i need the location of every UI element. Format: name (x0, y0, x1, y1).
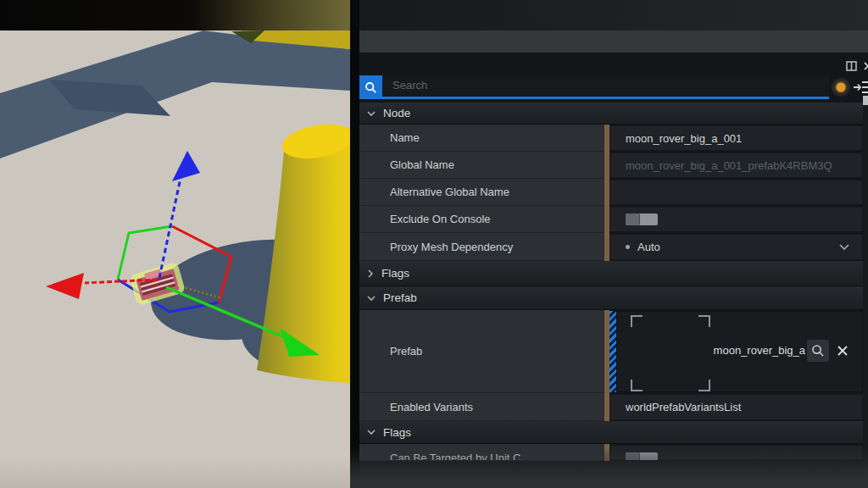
partial-flag-cell (609, 445, 863, 460)
field-label: Prefab (359, 310, 604, 393)
search-accent-underline (359, 97, 829, 99)
proxy-mesh-dependency-dropdown[interactable]: Auto (609, 234, 863, 260)
field-row-proxy-mesh-dependency: Proxy Mesh Dependency Auto (359, 233, 868, 261)
field-label: Name (359, 125, 604, 152)
exclude-on-console-toggle[interactable] (626, 214, 658, 225)
enabled-variants-input[interactable]: worldPrefabVariantsList (609, 394, 863, 420)
prefab-search-button[interactable] (807, 340, 829, 362)
section-header-prefab[interactable]: Prefab (359, 286, 868, 310)
field-label: Can Be Targeted by Unit C (359, 444, 604, 461)
chevron-right-icon (367, 269, 374, 278)
partial-flag-toggle[interactable] (626, 452, 658, 460)
field-row-partial-flag: Can Be Targeted by Unit C (359, 444, 868, 461)
search-icon[interactable] (359, 75, 382, 99)
toggle-knob (626, 452, 640, 460)
panel-scrollbar[interactable] (863, 95, 868, 488)
chevron-down-icon (367, 110, 376, 117)
field-label: Alternative Global Name (359, 179, 604, 206)
toggle-knob (626, 214, 640, 225)
field-row-global-name: Global Name moon_rover_big_a_001_prefabK… (359, 152, 868, 179)
field-row-prefab: Prefab moon_rover_big_a (359, 310, 868, 393)
prefab-clear-button[interactable] (833, 341, 852, 360)
viewport-top-bar (0, 0, 350, 30)
field-label: Enabled Variants (359, 393, 604, 421)
search-input[interactable]: Search (382, 75, 829, 99)
section-label: Flags (381, 267, 409, 280)
field-label: Global Name (359, 152, 604, 179)
close-icon (837, 345, 849, 357)
chevron-down-icon (839, 243, 849, 251)
panel-divider (350, 0, 359, 488)
section-label: Prefab (383, 291, 417, 304)
exclude-on-console-cell (609, 207, 863, 232)
name-input[interactable]: moon_rover_big_a_001 (609, 125, 863, 151)
chevron-down-icon (367, 429, 376, 435)
section-header-flags-top[interactable]: Flags (359, 261, 868, 286)
modified-value-stripe (609, 311, 616, 392)
editor-window: Search Node Name moon_rover_big_a_001 Gl… (0, 0, 868, 488)
search-placeholder: Search (392, 79, 427, 92)
search-icon (811, 344, 825, 358)
section-label: Flags (383, 426, 411, 439)
close-icon[interactable] (863, 61, 868, 71)
option-bullet-icon (626, 245, 630, 249)
section-header-flags-bottom[interactable]: Flags (359, 421, 868, 444)
field-row-enabled-variants: Enabled Variants worldPrefabVariantsList (359, 393, 868, 421)
global-name-input[interactable]: moon_rover_big_a_001_prefabK4RBM3Q (609, 152, 863, 178)
chevron-down-icon (367, 295, 376, 302)
panel-title-strip (359, 30, 868, 53)
field-row-exclude-on-console: Exclude On Console (359, 206, 868, 233)
search-bar: Search (359, 75, 868, 99)
thumbnail-placeholder-icon (631, 315, 710, 391)
viewport-3d[interactable] (0, 0, 350, 488)
properties-panel: Search Node Name moon_rover_big_a_001 Gl… (359, 0, 868, 488)
field-label: Proxy Mesh Dependency (359, 233, 604, 261)
field-row-alt-global-name: Alternative Global Name (359, 179, 868, 206)
record-indicator-icon[interactable] (831, 77, 851, 97)
float-window-icon[interactable] (846, 61, 857, 71)
section-header-node[interactable]: Node (359, 103, 868, 125)
section-label: Node (383, 107, 410, 119)
panel-top-area (359, 0, 868, 30)
alt-global-name-input[interactable] (609, 180, 863, 205)
field-label: Exclude On Console (359, 206, 604, 233)
panel-options-icon[interactable] (853, 79, 868, 96)
scrollbar-thumb[interactable] (863, 96, 868, 105)
field-row-name: Name moon_rover_big_a_001 (359, 125, 868, 152)
prefab-asset-name: moon_rover_big_a (714, 344, 805, 357)
